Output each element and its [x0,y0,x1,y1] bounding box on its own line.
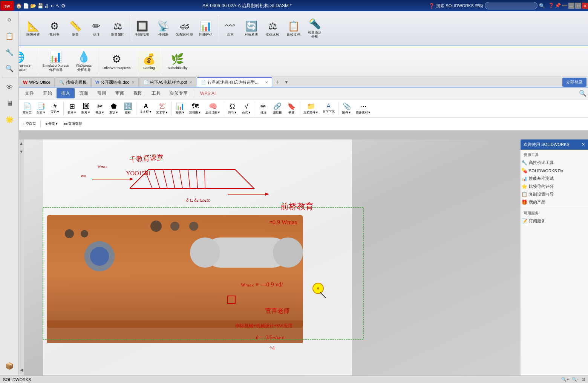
doc-compare-btn[interactable]: 📋 比较文档 [283,19,304,38]
sidebar-feature-tree-btn[interactable]: ⚙ [2,12,17,28]
search-btn-icon[interactable]: 🔍 [539,3,545,9]
ribbon-ai-tab[interactable]: WPS AI [196,89,220,98]
compare-score-btn[interactable]: ⭐ 比较你的评分 [521,182,588,190]
copy-settings-btn[interactable]: 📋 复制设置向导 [521,190,588,198]
help-icon[interactable]: ❓ [548,3,554,9]
measure-btn[interactable]: 📏 测量 [65,19,86,38]
sidebar-search-btn[interactable]: 🔍 [2,61,17,77]
picture-btn[interactable]: 🖼 图片▼ [79,102,93,115]
flowchart-btn[interactable]: 🗺 流程图▼ [187,102,203,115]
pdf-tab[interactable]: 📄 松下A5电机样本.pdf ✕ [139,77,196,87]
maximize-btn[interactable]: □ [575,3,581,9]
zoom-out-icon[interactable]: 🔍- [572,377,579,382]
benchmark-btn[interactable]: 📊 性能基准测试 [521,175,588,182]
swrx-btn[interactable]: 💊 SOLIDWORKS Rx [521,167,588,175]
new-icon[interactable]: 📄 [23,3,29,9]
sidebar-config-btn[interactable]: 🔧 [2,44,17,60]
assem-perf-btn[interactable]: 🏎 装配体性能 [174,19,195,38]
symbol-btn[interactable]: Ω 符号▼ [226,102,239,115]
comment-btn[interactable]: ✏ 批注 [257,101,270,115]
chart-btn[interactable]: 📊 图表▼ [173,101,187,115]
save-icon[interactable]: 💾 [37,3,43,9]
shape-btn[interactable]: ⬟ 形状▼ [107,101,121,115]
tool1-btn[interactable]: 🔧 高性价比工具 [521,159,588,167]
ribbon-review-tab[interactable]: 审阅 [111,88,129,98]
sidebar-property-btn[interactable]: 📋 [2,28,17,44]
ribbon-member-tab[interactable]: 会员专享 [165,88,192,98]
blank-page-btn[interactable]: 📄 空白页 [20,101,34,115]
perf-eval-btn[interactable]: 📊 性能评估 [195,19,216,38]
attach-btn[interactable]: 📎 附件▼ [340,101,354,115]
page-num2-btn[interactable]: ≡≡ 页面页脚 [62,121,84,127]
mass-props-btn[interactable]: ⚖ 质量属性 [107,19,128,38]
expand-panel-arrow[interactable]: ◀ [20,368,23,372]
doc-close-icon[interactable]: ✕ [132,80,135,84]
ribbon-start-tab[interactable]: 开始 [38,88,57,98]
sustainability-btn[interactable]: 🌿 Sustainability [164,51,191,71]
section-view-btn[interactable]: 🔲 剖面视图 [132,19,153,38]
zoom-in-icon[interactable]: 🔍+ [561,377,569,382]
inspect-activate-btn[interactable]: 🔦 检查激活分析 [304,17,325,40]
select-icon[interactable]: ↖ [56,3,60,9]
options-icon[interactable]: ⚙ [61,3,66,9]
print-icon[interactable]: 🖨 [44,3,49,9]
sym-check-btn[interactable]: 🔄 对称检查 [241,19,262,38]
collapse-arrow-up[interactable]: ▲ [19,141,23,146]
ribbon-ref-tab[interactable]: 引用 [93,88,111,98]
wps-office-tab[interactable]: W WPS Office [19,77,55,87]
tab-add-btn[interactable]: + [273,78,282,87]
ribbon-insert-tab[interactable]: 插入 [57,88,75,98]
search-input[interactable] [485,2,537,9]
screenshot-btn[interactable]: ✂ 截屏▼ [93,101,107,115]
simulationxpress-btn[interactable]: 📊 SimulationXpress分析向导 [39,49,73,74]
page-sep-btn[interactable]: ≡ 分页▼ [43,121,60,127]
dropcap-btn[interactable]: A 首字下沉 [321,102,337,115]
fit-icon[interactable]: ⊡ [582,377,585,382]
costing-btn[interactable]: 💰 Costing [138,51,160,71]
icon-btn[interactable]: 🔣 图标 [121,101,135,115]
tab-more-btn[interactable]: ▼ [282,78,291,87]
ribbon-tools-tab[interactable]: 工具 [147,88,165,98]
driveworks-btn[interactable]: ⚙ DriveWorksXpress [99,51,134,71]
pdf-close-icon[interactable]: ✕ [189,80,192,84]
hyperlink-btn[interactable]: 🔗 超链接 [271,101,284,115]
sensor-btn[interactable]: 📡 传感器 [153,19,174,38]
label-btn[interactable]: ✏ 标注 [86,19,107,38]
open-icon[interactable]: 📂 [30,3,36,9]
ribbon-page-tab[interactable]: 页面 [75,88,93,98]
pin-icon[interactable]: 📌 [555,3,561,9]
ribbon-file-tab[interactable]: 文件 [20,88,38,98]
blank-page2-btn[interactable]: □ 空白页 [21,121,38,127]
search-ribbon-icon[interactable]: 🔍 [579,90,586,97]
body-compare-btn[interactable]: ⚖ 实体比较 [262,19,283,38]
page-num-btn[interactable]: # 页码▼ [48,102,62,115]
formula-btn[interactable]: √ 公式▼ [240,102,253,115]
close-btn[interactable]: ✕ [582,3,588,9]
cover-btn[interactable]: 📑 封面▼ [34,101,48,115]
undo-icon[interactable]: ↩ [51,3,55,9]
doc-tab[interactable]: W 公开课链接.doc ✕ [91,77,139,87]
gear-pdf-tab[interactable]: 📄 行星减速机-纽氏达特选型样本B1卷... ✕ [197,77,272,87]
floxpress-btn[interactable]: 💧 FloXpress分析向导 [73,49,96,74]
hole-align-btn[interactable]: ⚙ 孔对齐 [44,19,65,38]
doc-parts-btn[interactable]: 📁 文档部件▼ [302,101,320,115]
collapse-arrow-dn[interactable]: ▼ [19,149,23,154]
sidebar-scene-btn[interactable]: 🌟 [2,112,17,127]
ribbon-view-tab[interactable]: 视图 [129,88,147,98]
home-icon[interactable]: 🏠 [16,3,22,9]
right-panel-close[interactable]: ✕ [582,142,585,147]
minimize-btn[interactable]: — [568,3,574,9]
gear-pdf-close-icon[interactable]: ✕ [265,80,268,84]
sidebar-display-btn[interactable]: 🖥 [2,95,17,111]
sidebar-view-btn[interactable]: 👁 [2,79,17,95]
more-material-btn[interactable]: ⋯ 更多素材▼ [354,101,373,115]
subscribe-btn[interactable]: 📝 订阅服务 [521,217,588,225]
gap-check-btn[interactable]: 📐 间隙检查 [23,19,44,38]
artword-btn[interactable]: 艺 艺术字▼ [154,102,170,115]
textbox-btn[interactable]: A 文本框▼ [138,102,154,115]
wps-login-btn[interactable]: 立即登录 [562,78,586,87]
mindmap-btn[interactable]: 🧠 思维导图▼ [204,101,222,115]
sidebar-bottom-btn[interactable]: 📦 [2,358,17,374]
bookmark-btn[interactable]: 🔖 书签 [285,101,298,115]
minimize-icon[interactable]: ➖ [562,3,568,9]
